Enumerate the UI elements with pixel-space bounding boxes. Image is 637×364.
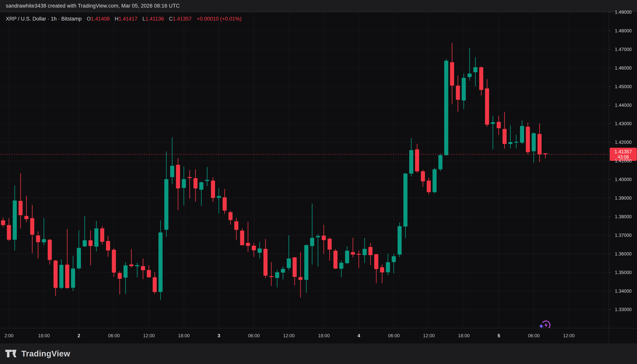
symbol-description: XRP / U.S. Dollar · 1h · Bitstamp (6, 16, 82, 22)
candle (228, 211, 232, 225)
time-tick-day-label: 4 (358, 333, 360, 338)
grid (0, 12, 609, 328)
candle (54, 260, 58, 296)
candle (532, 132, 536, 162)
candle (147, 265, 151, 278)
time-tick-label: 2:00 (4, 333, 14, 338)
candle (7, 218, 11, 241)
candle (491, 116, 495, 150)
candle (65, 229, 69, 288)
price-tick-label: 1.39000 (609, 196, 637, 200)
candle (432, 168, 436, 194)
candle (158, 220, 163, 300)
symbol-legend: XRP / U.S. Dollar · 1h · Bitstamp O1.414… (6, 16, 242, 22)
candle (152, 272, 157, 294)
price-tick-mark (609, 30, 611, 31)
candle (264, 239, 268, 278)
candle (374, 254, 378, 283)
candle (520, 120, 524, 144)
candle (292, 257, 296, 286)
candle (526, 122, 530, 154)
footer-bar: TradingView (0, 344, 637, 364)
candle (83, 216, 87, 247)
candle (339, 260, 343, 277)
time-tick-label: 06:00 (528, 333, 540, 338)
candle (269, 262, 273, 286)
tradingview-logo[interactable]: TradingView (0, 348, 70, 359)
candle (71, 256, 75, 291)
candle (135, 263, 139, 277)
time-tick-label: 18:00 (318, 333, 330, 338)
price-tick-mark (609, 49, 611, 50)
price-tick-mark (609, 68, 611, 68)
price-tick-label: 1.44000 (609, 103, 637, 108)
change-value: +0.00010 (+0.01%) (197, 16, 242, 22)
candle (357, 250, 361, 268)
candle (386, 254, 390, 275)
candlestick-chart[interactable] (0, 12, 609, 328)
ohlc-values: O1.41408H1.41417L1.41136C1.41357 (87, 16, 192, 22)
candle (409, 138, 413, 176)
candle (398, 222, 402, 257)
chart-pane[interactable]: XRP / U.S. Dollar · 1h · Bitstamp O1.414… (0, 12, 609, 328)
time-tick-label: 18:00 (38, 333, 50, 338)
candle (287, 235, 291, 270)
candle (94, 221, 98, 252)
candle (217, 188, 221, 214)
candle (362, 238, 366, 263)
price-tick-mark (609, 86, 611, 87)
candle (234, 218, 238, 240)
price-tick-mark (609, 161, 611, 161)
price-tick-mark (609, 216, 611, 217)
candle (444, 59, 448, 156)
scale-corner (609, 328, 637, 344)
candle (421, 170, 425, 187)
tradingview-logo-text: TradingView (21, 349, 70, 358)
time-tick-label: 06:00 (388, 333, 400, 338)
candle (194, 169, 198, 202)
price-tick-label: 1.34000 (609, 288, 637, 294)
candle (310, 204, 314, 265)
candle (13, 186, 17, 250)
price-tick-label: 1.48000 (609, 28, 637, 33)
time-tick-label: 06:00 (108, 333, 120, 338)
price-tick-label: 1.33000 (609, 307, 637, 312)
candle (479, 66, 483, 96)
candle (468, 48, 472, 81)
ohlc-item: C1.41357 (169, 16, 192, 22)
candle (42, 218, 46, 246)
price-tick-label: 1.45000 (609, 84, 637, 89)
time-tick-day-label: 3 (218, 333, 220, 338)
candle (18, 173, 23, 228)
candle (438, 154, 442, 171)
price-tick-mark (609, 235, 611, 236)
price-tick-mark (609, 12, 611, 12)
candle (222, 189, 226, 214)
candle (502, 112, 506, 149)
ohlc-item: O1.41408 (87, 16, 110, 22)
candle (1, 218, 5, 227)
candle (275, 270, 279, 288)
price-tick-mark (609, 124, 611, 124)
price-scale[interactable]: 1.41357 43:08 1.490001.480001.470001.460… (609, 12, 637, 328)
candle (252, 243, 256, 257)
price-tick-mark (609, 142, 611, 142)
price-tick-label: 1.36000 (609, 252, 637, 256)
candle (474, 57, 478, 86)
price-tick-label: 1.41000 (609, 158, 637, 164)
time-tick-label: 12:00 (143, 333, 155, 338)
candle (30, 205, 34, 253)
candle (240, 228, 244, 246)
candle (508, 125, 512, 148)
ohlc-item: H1.41417 (115, 16, 138, 22)
time-tick-day-label: 2 (78, 333, 80, 338)
price-tick-mark (609, 179, 611, 180)
price-tick-label: 1.38000 (609, 214, 637, 219)
candle (328, 237, 332, 261)
price-tick-label: 1.43000 (609, 121, 637, 126)
candle (258, 242, 262, 258)
candle (182, 166, 186, 205)
candle (211, 177, 215, 202)
candle (106, 236, 110, 257)
time-scale[interactable]: 2:0018:00206:0012:0018:00306:0012:0018:0… (0, 328, 609, 344)
